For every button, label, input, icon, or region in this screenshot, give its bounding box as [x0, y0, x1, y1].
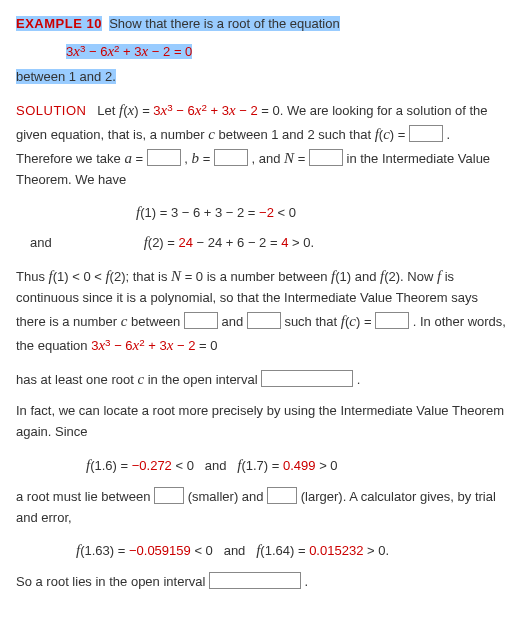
- and-label: and: [16, 233, 140, 254]
- equation-text: 3x3 − 6x2 + 3x − 2 = 0: [66, 44, 192, 59]
- solution-para-2: Thus f(1) < 0 < f(2); that is N = 0 is a…: [16, 264, 508, 357]
- blank-a[interactable]: [147, 149, 181, 166]
- calc-f2: f(2) = 24 − 24 + 6 − 2 = 4 > 0.: [144, 235, 314, 250]
- blank-interval-1[interactable]: [261, 370, 353, 387]
- example-label: EXAMPLE 10: [16, 16, 102, 31]
- example-tail: between 1 and 2.: [16, 67, 508, 88]
- calc-f2-row: and f(2) = 24 − 24 + 6 − 2 = 4 > 0.: [16, 230, 508, 254]
- calc-row-1: f(1.6) = −0.272 < 0 and f(1.7) = 0.499 >…: [86, 453, 508, 477]
- blank-fc2[interactable]: [375, 312, 409, 329]
- solution-para-3b: a root must lie between (smaller) and (l…: [16, 487, 508, 529]
- blank-smaller[interactable]: [154, 487, 184, 504]
- blank-larger[interactable]: [267, 487, 297, 504]
- blank-between-2[interactable]: [247, 312, 281, 329]
- example-prompt: Show that there is a root of the equatio…: [109, 16, 340, 31]
- solution-label: SOLUTION: [16, 103, 86, 118]
- solution-para-3: In fact, we can locate a root more preci…: [16, 401, 508, 443]
- blank-between-1[interactable]: [184, 312, 218, 329]
- example-header: EXAMPLE 10 Show that there is a root of …: [16, 14, 508, 35]
- blank-interval-2[interactable]: [209, 572, 301, 589]
- def-fx: f(x) = 3x3 − 6x2 + 3x − 2 = 0.: [119, 103, 283, 118]
- solution-para-2b: has at least one root c in the open inte…: [16, 367, 508, 391]
- example-equation: 3x3 − 6x2 + 3x − 2 = 0: [66, 39, 508, 63]
- solution-para-1: SOLUTION Let f(x) = 3x3 − 6x2 + 3x − 2 =…: [16, 98, 508, 191]
- blank-fc[interactable]: [409, 125, 443, 142]
- blank-b[interactable]: [214, 149, 248, 166]
- blank-n[interactable]: [309, 149, 343, 166]
- solution-para-3c: So a root lies in the open interval .: [16, 572, 508, 593]
- calc-f1: f(1) = 3 − 6 + 3 − 2 = −2 < 0: [136, 200, 508, 224]
- calc-row-2: f(1.63) = −0.059159 < 0 and f(1.64) = 0.…: [76, 538, 508, 562]
